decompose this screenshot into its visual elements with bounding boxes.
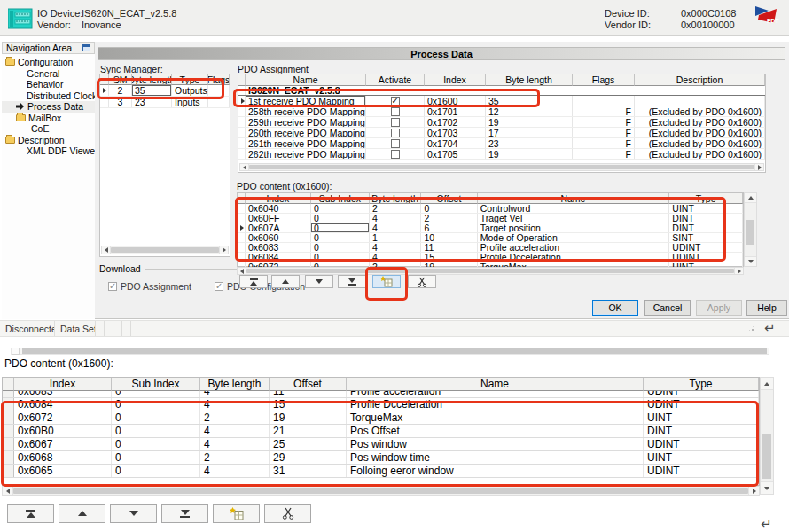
move-to-top-button[interactable] [239,275,268,288]
bottom-table-row[interactable]: 0x6065 0 4 31 Folloing eeror window UDIN… [3,465,759,478]
activate-checkbox[interactable] [391,107,400,116]
nav-item-configuration[interactable]: Configuration [2,57,95,68]
io-device-label: IO Device: [37,8,82,19]
move-down-button[interactable] [110,504,157,523]
scissors-icon [282,507,294,520]
paste-button[interactable] [372,275,401,288]
nav-item-general[interactable]: General [2,68,95,80]
sync-manager-panel: SM Byte length Type Flags 2 35 Outputs 3… [99,74,230,257]
bottom-table-hscrollbar[interactable] [2,486,760,496]
activate-checkbox[interactable] [391,139,400,148]
scroll-down-button[interactable] [761,481,773,494]
scroll-up-button[interactable] [745,193,756,203]
bottom-table-row[interactable]: 0x60B0 0 4 21 Pos Offset DINT [3,425,759,438]
bottom-table-vscrollbar[interactable] [760,377,774,495]
bottom-table-header: Index Sub Index Byte length Offset Name … [3,378,759,391]
pdo-content-row[interactable]: 0x6083 0 4 11 Profile acceleration UDINT [238,243,743,253]
pdo-content-row[interactable]: 0x6040 0 2 0 Controlword UINT [238,204,743,214]
bottom-table-row[interactable]: 0x6068 0 2 29 Pos window time UINT [3,451,759,465]
navigation-title-bar: Navigation Area [2,42,95,54]
bottom-table-row[interactable]: 0x6072 0 2 19 TorqueMax UINT [3,411,759,425]
activate-checkbox[interactable] [391,150,400,159]
nav-item-distributed-clock[interactable]: Distributed Clock [2,90,95,102]
byte-length-editbox[interactable]: 35 [132,85,171,96]
dock-window-icon[interactable] [82,44,90,51]
bottom-strip-button[interactable] [12,348,20,355]
move-up-button[interactable] [271,275,300,288]
nav-item-coe[interactable]: CoE [2,123,95,135]
return-mark-icon [761,516,772,532]
pdo-configuration-checkbox[interactable] [215,282,223,291]
scroll-thumb[interactable] [249,165,754,169]
cancel-button[interactable]: Cancel [644,300,691,316]
folder-icon [16,114,26,121]
pdo-assignment-row[interactable]: 261th receive PDO Mapping 0x1704 23 F (E… [238,138,765,149]
current-row-marker [240,225,244,231]
scroll-left-button[interactable] [240,164,249,170]
cut-button[interactable] [408,275,436,288]
nav-item-behavior[interactable]: Behavior [2,79,95,90]
scroll-left-button[interactable] [3,487,13,495]
pdo-group-row[interactable]: IS620N_ECAT_v2.5.8 [238,86,765,96]
dialog-title: Process Data [98,47,785,60]
sync-manager-row[interactable]: 2 35 Outputs [100,85,230,97]
pdo-content-hscrollbar[interactable] [237,267,744,275]
scroll-down-button[interactable] [745,256,756,266]
scroll-thumb[interactable] [746,220,754,245]
sub-index-editbox[interactable]: 0 [311,223,369,232]
pdo-content-row[interactable]: 0x607A 0 4 6 Target position DINT [238,223,743,233]
help-button[interactable]: Help [746,300,787,316]
bottom-table-row[interactable]: 0x6084 0 4 15 Profile Dcceleration UDINT [3,398,759,411]
status-bar: Disconnected Data Set [0,320,789,337]
pdo-assignment-row[interactable]: 258th receive PDO Mapping 0x1701 12 F (E… [238,106,765,117]
activate-checkbox[interactable] [391,118,400,127]
move-up-button[interactable] [59,504,105,523]
nav-item-process-data[interactable]: Process Data [2,101,95,113]
pdo-assignment-row[interactable]: 260th receive PDO Mapping 0x1703 17 F (E… [238,128,765,138]
pdo-assignment-checkbox[interactable] [108,282,117,291]
nav-item-xml-ddf-viewer[interactable]: XML DDF Viewer [2,145,95,157]
navigation-tree: Configuration General Behavior Distribut… [2,54,95,157]
scroll-left-button[interactable] [102,246,111,254]
paste-button[interactable] [213,504,260,523]
bottom-table-row[interactable]: 0x6067 0 4 25 Pos window UDINT [3,438,759,451]
pdo-content-vscrollbar[interactable] [744,192,757,267]
bottom-table-row-partial[interactable]: 0x6083 0 4 11 Profile acceleration UDINT [3,391,759,398]
nav-item-description[interactable]: Description [2,135,95,146]
pdo-assignment-row[interactable]: 259th receive PDO Mapping 0x1702 19 F (E… [238,117,765,128]
pdo-content-row[interactable]: 0x6060 0 1 10 Mode of Operation SINT [238,233,743,243]
scroll-up-button[interactable] [761,378,773,390]
activate-checkbox[interactable] [391,97,400,106]
pdo-assignment-hscrollbar[interactable] [239,163,764,171]
scroll-thumb[interactable] [111,247,219,253]
sync-manager-row[interactable]: 3 23 Inputs [100,97,230,108]
scroll-thumb[interactable] [13,488,748,493]
apply-button[interactable]: Apply [696,300,742,316]
pdo-name-editbox[interactable]: 1st receive PDO Mapping [246,96,365,106]
paste-icon [380,276,393,287]
scroll-thumb[interactable] [762,434,771,479]
move-to-top-button[interactable] [7,504,54,523]
scroll-right-button[interactable] [754,164,763,170]
bottom-pdo-content-label: PDO content (0x1600): [4,357,113,370]
move-to-bottom-button[interactable] [161,504,208,523]
scroll-thumb[interactable] [246,269,734,273]
scroll-right-button[interactable] [748,487,759,495]
scroll-left-button[interactable] [238,268,246,274]
scroll-right-button[interactable] [219,246,228,254]
pdo-assignment-row[interactable]: 262th receive PDO Mapping 0x1705 19 F (E… [238,149,765,160]
pdo-content-row[interactable]: 0x6084 0 4 15 Profile Dcceleration UDINT [238,253,743,262]
resize-grip[interactable] [747,325,755,332]
pdo-content-row[interactable]: 0x60FF 0 4 2 Traget Vel DINT [238,214,743,223]
nav-item-mailbox[interactable]: MailBox [2,113,95,124]
pdo-content-section: Index Sub Index Byte length Offset Name … [237,192,758,275]
move-to-bottom-button[interactable] [338,275,366,288]
sync-manager-hscrollbar[interactable] [101,246,229,254]
scroll-right-button[interactable] [734,268,743,274]
cut-button[interactable] [264,504,311,523]
bottom-strip-thumb[interactable] [22,348,767,354]
activate-checkbox[interactable] [391,129,400,137]
ok-button[interactable]: OK [592,300,638,316]
pdo-assignment-row[interactable]: 1st receive PDO Mapping 0x1600 35 [238,96,765,106]
move-down-button[interactable] [305,275,333,288]
